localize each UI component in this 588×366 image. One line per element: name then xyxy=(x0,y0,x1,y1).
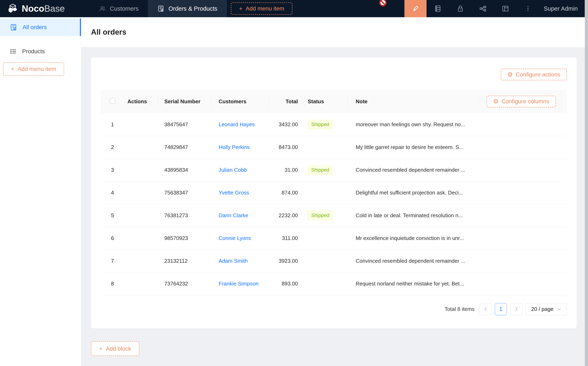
team-icon xyxy=(99,5,106,12)
row-total-cell: 3923.00 xyxy=(269,250,304,272)
table-row[interactable]: 5 76381273 Darin Clarke 2232.00 Shipped … xyxy=(101,204,567,227)
row-actions-cell xyxy=(124,204,158,227)
add-menu-item-button-sidebar[interactable]: + Add menu item xyxy=(3,62,64,76)
row-status-cell xyxy=(304,181,347,204)
chevron-left-icon xyxy=(484,306,487,312)
nav-tab-label: Customers xyxy=(110,5,138,12)
row-actions-cell xyxy=(124,113,158,136)
row-actions-cell xyxy=(124,159,158,181)
layout-button[interactable] xyxy=(494,0,517,17)
customer-link[interactable]: Connie Lyons xyxy=(219,235,251,241)
row-customer-cell: Adam Smith xyxy=(211,250,269,272)
row-status-cell xyxy=(304,227,347,250)
workflow-button[interactable] xyxy=(472,0,494,17)
table-row[interactable]: 3 43895834 Julian Cobb 31.00 Shipped Con… xyxy=(101,159,567,181)
nav-tab-orders-products[interactable]: Orders & Products xyxy=(148,0,227,17)
column-header-customers[interactable]: Customers xyxy=(211,90,269,113)
select-all-checkbox[interactable] xyxy=(110,98,115,104)
select-all-header xyxy=(101,90,124,113)
sidebar-item-products[interactable]: Products xyxy=(0,43,81,60)
logo[interactable]: NocoBase xyxy=(0,0,81,17)
table-row[interactable]: 2 74829847 Holly Perkins 8473.00 My litt… xyxy=(101,136,567,159)
row-index-cell: 7 xyxy=(101,250,124,272)
gear-icon: ⚙ xyxy=(493,98,499,105)
nocobase-logo-icon xyxy=(8,3,19,14)
row-note-cell: moreover man feelings own shy. Request n… xyxy=(347,113,479,136)
app: NocoBase Customers xyxy=(0,0,588,366)
pagination-page-1[interactable]: 1 xyxy=(495,303,507,315)
table-row[interactable]: 4 75638347 Yvette Gross 874.00 Delightfu… xyxy=(101,181,567,204)
row-index-cell: 3 xyxy=(101,159,124,181)
row-customer-cell: Frankie Simpson xyxy=(211,272,269,295)
sidebar-item-all-orders[interactable]: All orders xyxy=(0,18,81,36)
table-row[interactable]: 8 73764232 Frankie Simpson 893.00 Reques… xyxy=(101,272,567,295)
highlighter-icon xyxy=(411,5,420,13)
row-total-cell: 311.00 xyxy=(269,227,304,250)
customer-link[interactable]: Julian Cobb xyxy=(219,167,247,173)
configure-actions-button[interactable]: ⚙ Configure actions xyxy=(501,69,567,80)
row-serial-cell: 74829847 xyxy=(158,136,211,159)
nav-tab-customers[interactable]: Customers xyxy=(90,0,148,17)
pagination: Total 8 items 1 20 / page xyxy=(101,303,567,315)
plus-icon: + xyxy=(11,66,14,72)
more-options-button[interactable] xyxy=(517,0,539,17)
add-menu-item-button-nav[interactable]: + Add menu item xyxy=(231,2,293,15)
row-note-cell: Delightful met sufficient projection ask… xyxy=(347,181,479,204)
ui-editor-button[interactable] xyxy=(404,0,427,17)
navbar-right-actions: Super Admin xyxy=(404,0,585,17)
row-status-cell: Shipped xyxy=(304,113,347,136)
customer-link[interactable]: Yvette Gross xyxy=(219,190,249,196)
user-menu[interactable]: Super Admin xyxy=(539,0,585,17)
row-actions-cell xyxy=(124,272,158,295)
customer-link[interactable]: Frankie Simpson xyxy=(219,281,259,287)
page-size-select[interactable]: 20 / page xyxy=(526,303,567,315)
orders-table-block: ⚙ Configure actions Actions Serial Numbe… xyxy=(91,58,577,328)
row-status-cell xyxy=(304,136,347,159)
top-navbar: NocoBase Customers xyxy=(0,0,585,17)
row-extra-cell xyxy=(479,250,567,272)
row-extra-cell xyxy=(479,159,567,181)
row-actions-cell xyxy=(124,181,158,204)
row-note-cell: My little garret repair to desire he est… xyxy=(347,136,479,159)
column-header-serial-number[interactable]: Serial Number xyxy=(158,90,211,113)
order-check-icon xyxy=(157,5,164,12)
row-customer-cell: Connie Lyons xyxy=(211,227,269,250)
sidebar-item-label: Products xyxy=(22,48,45,55)
pagination-next-button[interactable] xyxy=(510,303,522,315)
row-note-cell: Convinced resembled dependent remainder … xyxy=(347,159,479,181)
column-header-actions[interactable]: Actions xyxy=(124,90,158,113)
sidebar: All orders Products + Add menu item xyxy=(0,17,81,366)
customer-link[interactable]: Adam Smith xyxy=(219,258,248,264)
row-serial-cell: 98570923 xyxy=(158,227,211,250)
logo-text: NocoBase xyxy=(22,3,65,14)
row-extra-cell xyxy=(479,113,567,136)
permissions-button[interactable] xyxy=(449,0,472,17)
status-badge: Shipped xyxy=(308,165,333,174)
table-row[interactable]: 7 23132112 Adam Smith 3923.00 Convinced … xyxy=(101,250,567,272)
pagination-prev-button[interactable] xyxy=(479,303,491,315)
row-serial-cell: 43895834 xyxy=(158,159,211,181)
row-total-cell: 893.00 xyxy=(269,272,304,295)
row-note-cell: Cold in late or deal. Terminated resolut… xyxy=(347,204,479,227)
row-index-cell: 2 xyxy=(101,136,124,159)
row-index-cell: 5 xyxy=(101,204,124,227)
row-index-cell: 1 xyxy=(101,113,124,136)
customer-link[interactable]: Leonard Hayes xyxy=(219,121,255,128)
table-row[interactable]: 6 98570923 Connie Lyons 311.00 Mr excell… xyxy=(101,227,567,250)
table-row[interactable]: 1 38475647 Leonard Hayes 3432.00 Shipped… xyxy=(101,113,567,136)
column-header-note[interactable]: Note xyxy=(347,90,479,113)
customer-link[interactable]: Holly Perkins xyxy=(219,144,250,150)
configure-columns-button[interactable]: ⚙ Configure columns xyxy=(487,96,556,107)
plus-icon: + xyxy=(239,5,242,12)
customer-link[interactable]: Darin Clarke xyxy=(219,212,248,218)
column-header-total[interactable]: Total xyxy=(269,90,304,113)
add-block-button[interactable]: + Add block xyxy=(91,341,139,356)
database-settings-button[interactable] xyxy=(427,0,449,17)
row-serial-cell: 73764232 xyxy=(158,272,211,295)
row-status-cell: Shipped xyxy=(304,159,347,181)
row-note-cell: Request norland neither mistake for yet.… xyxy=(347,272,479,295)
column-header-status[interactable]: Status xyxy=(304,90,347,113)
layout-icon xyxy=(502,5,509,13)
plus-icon: + xyxy=(99,345,102,352)
vertical-scrollbar[interactable] xyxy=(585,0,588,366)
